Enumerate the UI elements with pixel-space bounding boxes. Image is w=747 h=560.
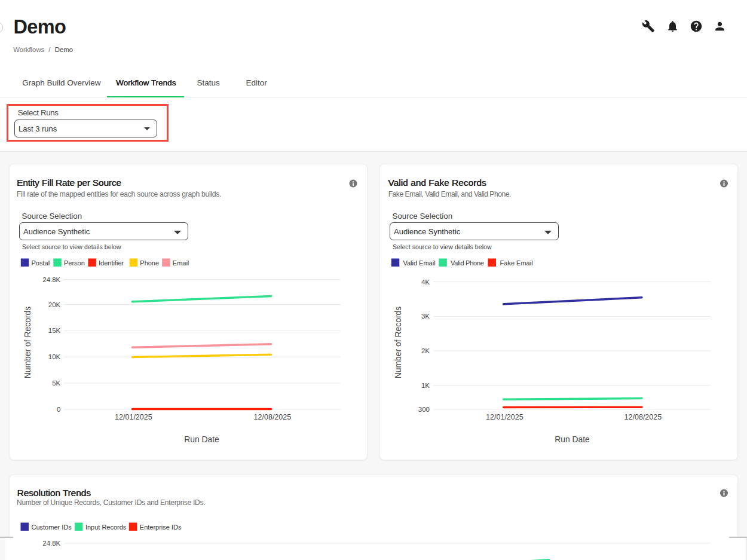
svg-text:Postal: Postal <box>32 259 50 267</box>
svg-text:Person: Person <box>64 259 85 267</box>
svg-text:20K: 20K <box>48 301 61 308</box>
svg-text:Customer IDs: Customer IDs <box>32 524 72 531</box>
svg-text:Run Date: Run Date <box>184 434 219 444</box>
svg-text:300: 300 <box>418 406 430 413</box>
svg-text:10K: 10K <box>48 353 61 360</box>
svg-text:2K: 2K <box>421 347 430 354</box>
svg-text:24.8K: 24.8K <box>42 276 60 283</box>
svg-text:12/01/2025: 12/01/2025 <box>486 413 523 421</box>
svg-text:Number of Records: Number of Records <box>393 307 403 378</box>
svg-text:Fake Email: Fake Email <box>500 259 533 267</box>
svg-text:Valid Phone: Valid Phone <box>451 259 484 267</box>
svg-text:Email: Email <box>173 259 189 267</box>
svg-text:3K: 3K <box>421 313 430 320</box>
svg-text:Run Date: Run Date <box>555 434 590 444</box>
svg-text:12/08/2025: 12/08/2025 <box>254 413 292 421</box>
svg-text:4K: 4K <box>421 279 430 286</box>
svg-text:12/08/2025: 12/08/2025 <box>624 413 662 421</box>
svg-text:5K: 5K <box>52 380 60 387</box>
svg-text:Identifier: Identifier <box>99 259 124 267</box>
svg-text:12/01/2025: 12/01/2025 <box>115 413 152 421</box>
svg-text:15K: 15K <box>48 327 61 334</box>
svg-text:Number of Records: Number of Records <box>23 307 32 378</box>
svg-text:0: 0 <box>57 406 60 413</box>
svg-text:Enterprise IDs: Enterprise IDs <box>140 524 182 531</box>
svg-text:Phone: Phone <box>140 259 159 267</box>
svg-text:Valid Email: Valid Email <box>403 259 435 267</box>
svg-text:24.8K: 24.8K <box>42 540 60 547</box>
svg-text:Input Records: Input Records <box>85 524 127 531</box>
svg-text:1K: 1K <box>421 382 430 389</box>
